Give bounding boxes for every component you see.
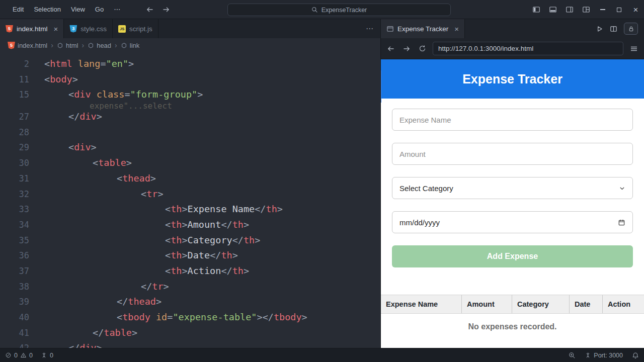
code-line-28[interactable]: 28 — [0, 125, 380, 140]
menu-more[interactable]: ⋯ — [109, 4, 125, 15]
code-line-36[interactable]: 36<th>Date</th> — [0, 248, 380, 263]
toggle-secondary-sidebar-button[interactable] — [561, 0, 578, 19]
code-line-38[interactable]: 38</tr> — [0, 279, 380, 295]
amount-input[interactable] — [392, 143, 633, 165]
code-line-15[interactable]: 15<div class="form-group"> — [0, 87, 380, 103]
url-input[interactable]: http://127.0.0.1:3000/index.html — [433, 42, 623, 55]
title-bar: EditSelectionViewGo⋯ ExpenseTracker × — [0, 0, 644, 19]
code-line-41[interactable]: 41</table> — [0, 325, 380, 341]
menu-bar: EditSelectionViewGo⋯ — [0, 4, 125, 15]
tab-style.css[interactable]: 3style.css — [64, 19, 113, 38]
menu-go[interactable]: Go — [91, 4, 108, 15]
line-number: 37 — [0, 263, 29, 279]
status-bar: 0 0 0 Port: 3000 — [0, 348, 644, 362]
code-editor[interactable]: 2<html lang="en">11<body>15<div class="f… — [0, 52, 380, 348]
table-header-date: Date — [569, 295, 602, 313]
toggle-panel-button[interactable] — [544, 0, 561, 19]
browser-tab-actions — [596, 19, 644, 38]
arrow-right-icon — [162, 6, 170, 14]
split-editor-button[interactable] — [610, 25, 617, 33]
code-line-42[interactable]: 42</div> — [0, 340, 380, 348]
browser-menu-button[interactable] — [629, 45, 639, 53]
breadcrumb-item-link[interactable]: link — [121, 42, 140, 49]
command-center-label: ExpenseTracker — [321, 7, 367, 14]
code-text: <thead> — [29, 171, 156, 187]
code-line-32[interactable]: 32<tr> — [0, 187, 380, 202]
forwarded-ports-indicator[interactable]: 0 — [41, 352, 53, 359]
menu-selection[interactable]: Selection — [29, 4, 65, 15]
zoom-icon — [569, 352, 576, 359]
zoom-indicator[interactable] — [569, 352, 576, 359]
code-text: </div> — [29, 109, 102, 125]
browser-forward-button[interactable] — [401, 45, 412, 53]
problems-indicator[interactable]: 0 0 — [5, 352, 33, 359]
minimize-button[interactable] — [594, 0, 611, 19]
breadcrumb-item-head[interactable]: head — [88, 42, 111, 49]
calendar-icon — [618, 219, 625, 226]
code-text: <table> — [29, 155, 132, 171]
code-text: </div> — [29, 340, 102, 348]
code-line-33[interactable]: 33<th>Expense Name</th> — [0, 202, 380, 217]
webview-page: Expense Tracker Select Category mm/dd/yy… — [381, 59, 644, 348]
code-line-40[interactable]: 40<tbody id="expense-table"></tbody> — [0, 310, 380, 325]
code-text: <th>Category</th> — [29, 233, 260, 248]
breadcrumb-item-index-html[interactable]: 5index.html — [8, 42, 47, 49]
page-title-text: Expense Tracker — [462, 72, 562, 86]
back-button[interactable] — [146, 6, 154, 14]
port-status[interactable]: Port: 3000 — [585, 352, 623, 359]
line-number: 38 — [0, 279, 29, 295]
toggle-sidebar-button[interactable] — [528, 0, 544, 19]
code-text: </table> — [29, 325, 137, 341]
layout-panel-icon — [549, 6, 557, 14]
css-file-icon: 3 — [69, 25, 77, 33]
code-text: <div> — [29, 140, 97, 155]
js-file-icon: JS — [118, 25, 126, 33]
editor-group-left: 5index.html×3style.cssJSscript.js ⋯ 5ind… — [0, 19, 380, 348]
close-icon[interactable]: × — [454, 25, 459, 33]
browser-reload-button[interactable] — [417, 45, 427, 52]
browser-back-button[interactable] — [386, 45, 396, 53]
forward-button[interactable] — [162, 6, 170, 14]
code-line-29[interactable]: 29<div> — [0, 140, 380, 155]
add-expense-button[interactable]: Add Expense — [392, 245, 633, 267]
code-text: </thead> — [29, 294, 162, 310]
menu-edit[interactable]: Edit — [8, 4, 28, 15]
page-title: Expense Tracker — [381, 59, 644, 99]
arrow-left-icon — [146, 6, 154, 14]
run-button[interactable] — [596, 25, 603, 33]
code-line-30[interactable]: 30<table> — [0, 155, 380, 171]
lock-preview-button[interactable] — [624, 23, 638, 35]
category-select[interactable]: Select Category — [392, 177, 633, 199]
maximize-button[interactable] — [611, 0, 627, 19]
ports-count: 0 — [50, 352, 53, 359]
play-icon — [596, 25, 603, 33]
code-line-31[interactable]: 31<thead> — [0, 171, 380, 187]
expense-name-input[interactable] — [392, 109, 633, 131]
menu-view[interactable]: View — [66, 4, 90, 15]
command-center-search[interactable]: ExpenseTracker — [227, 4, 451, 16]
code-line-27[interactable]: 27</div> — [0, 109, 380, 125]
code-line-34[interactable]: 34<th>Amount</th> — [0, 217, 380, 233]
breadcrumb-item-html[interactable]: html — [57, 42, 78, 49]
editor-tab-bar: 5index.html×3style.cssJSscript.js ⋯ — [0, 19, 380, 38]
tab-label: script.js — [129, 25, 152, 33]
code-line-11[interactable]: 11<body> — [0, 72, 380, 87]
code-line-39[interactable]: 39</thead> — [0, 294, 380, 310]
hamburger-menu-icon — [630, 45, 638, 53]
lock-icon — [628, 26, 634, 32]
code-text: <div class="form-group"> — [29, 87, 203, 103]
tab-expense-tracker[interactable]: Expense Tracker × — [381, 19, 465, 38]
date-input[interactable]: mm/dd/yyyy — [392, 211, 633, 233]
customize-layout-button[interactable] — [578, 0, 594, 19]
code-line-2[interactable]: 2<html lang="en"> — [0, 56, 380, 72]
notifications-button[interactable] — [632, 352, 639, 359]
close-icon[interactable]: × — [54, 25, 58, 33]
tab-label: style.css — [80, 25, 107, 33]
tab-script.js[interactable]: JSscript.js — [113, 19, 158, 38]
close-window-button[interactable]: × — [627, 0, 644, 19]
editor-actions-more-button[interactable]: ⋯ — [359, 19, 380, 38]
line-number: 36 — [0, 248, 29, 263]
code-line-37[interactable]: 37<th>Action</th> — [0, 263, 380, 279]
tab-index.html[interactable]: 5index.html× — [0, 19, 64, 38]
code-line-35[interactable]: 35<th>Category</th> — [0, 233, 380, 248]
